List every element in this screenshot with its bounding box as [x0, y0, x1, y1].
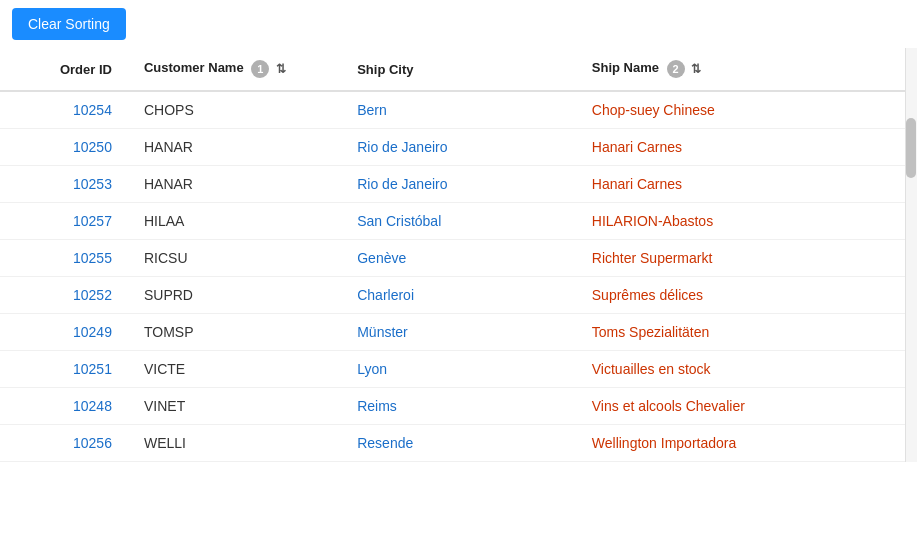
cell-order-id[interactable]: 10253 [0, 166, 128, 203]
table-row: 10257HILAASan CristóbalHILARION-Abastos [0, 203, 917, 240]
cell-customer-name: SUPRD [128, 277, 341, 314]
cell-ship-city: San Cristóbal [341, 203, 576, 240]
scrollbar-thumb[interactable] [906, 118, 916, 178]
cell-order-id[interactable]: 10248 [0, 388, 128, 425]
cell-customer-name: VICTE [128, 351, 341, 388]
data-table: Order ID Customer Name 1 ⇅ Ship City Shi… [0, 48, 917, 462]
cell-customer-name: TOMSP [128, 314, 341, 351]
cell-ship-city: Charleroi [341, 277, 576, 314]
cell-order-id[interactable]: 10255 [0, 240, 128, 277]
cell-ship-city: Bern [341, 91, 576, 129]
table-row: 10252SUPRDCharleroiSuprêmes délices [0, 277, 917, 314]
cell-ship-name: Toms Spezialitäten [576, 314, 917, 351]
table-row: 10253HANARRio de JaneiroHanari Carnes [0, 166, 917, 203]
sort-icon-ship-name: ⇅ [691, 62, 701, 76]
cell-order-id[interactable]: 10249 [0, 314, 128, 351]
cell-customer-name: CHOPS [128, 91, 341, 129]
column-header-ship-city[interactable]: Ship City [341, 48, 576, 91]
sort-icon-customer-name: ⇅ [276, 62, 286, 76]
column-label-customer-name: Customer Name [144, 60, 244, 75]
cell-ship-name: Richter Supermarkt [576, 240, 917, 277]
sort-badge-customer-name: 1 [251, 60, 269, 78]
column-label-ship-name: Ship Name [592, 60, 659, 75]
cell-ship-city: Reims [341, 388, 576, 425]
cell-customer-name: HANAR [128, 129, 341, 166]
column-header-customer-name[interactable]: Customer Name 1 ⇅ [128, 48, 341, 91]
cell-customer-name: VINET [128, 388, 341, 425]
table-row: 10250HANARRio de JaneiroHanari Carnes [0, 129, 917, 166]
table-wrapper: Order ID Customer Name 1 ⇅ Ship City Shi… [0, 48, 917, 462]
sort-badge-ship-name: 2 [667, 60, 685, 78]
cell-ship-city: Resende [341, 425, 576, 462]
clear-sorting-button[interactable]: Clear Sorting [12, 8, 126, 40]
cell-ship-name: Hanari Carnes [576, 129, 917, 166]
cell-order-id[interactable]: 10250 [0, 129, 128, 166]
cell-customer-name: HANAR [128, 166, 341, 203]
cell-order-id[interactable]: 10256 [0, 425, 128, 462]
cell-ship-city: Genève [341, 240, 576, 277]
toolbar: Clear Sorting [0, 0, 917, 48]
cell-ship-city: Rio de Janeiro [341, 129, 576, 166]
cell-ship-name: Hanari Carnes [576, 166, 917, 203]
cell-ship-name: Victuailles en stock [576, 351, 917, 388]
cell-ship-name: Chop-suey Chinese [576, 91, 917, 129]
table-header-row: Order ID Customer Name 1 ⇅ Ship City Shi… [0, 48, 917, 91]
table-row: 10256WELLIResendeWellington Importadora [0, 425, 917, 462]
cell-ship-name: HILARION-Abastos [576, 203, 917, 240]
column-header-order-id[interactable]: Order ID [0, 48, 128, 91]
table-row: 10248VINETReimsVins et alcools Chevalier [0, 388, 917, 425]
cell-order-id[interactable]: 10251 [0, 351, 128, 388]
column-header-ship-name[interactable]: Ship Name 2 ⇅ [576, 48, 917, 91]
scrollbar-track[interactable] [905, 48, 917, 462]
table-row: 10249TOMSPMünsterToms Spezialitäten [0, 314, 917, 351]
table-row: 10251VICTELyonVictuailles en stock [0, 351, 917, 388]
cell-ship-city: Rio de Janeiro [341, 166, 576, 203]
cell-ship-name: Suprêmes délices [576, 277, 917, 314]
cell-customer-name: RICSU [128, 240, 341, 277]
cell-ship-name: Wellington Importadora [576, 425, 917, 462]
cell-ship-name: Vins et alcools Chevalier [576, 388, 917, 425]
cell-order-id[interactable]: 10254 [0, 91, 128, 129]
column-label-ship-city: Ship City [357, 62, 413, 77]
cell-ship-city: Lyon [341, 351, 576, 388]
table-row: 10255RICSUGenèveRichter Supermarkt [0, 240, 917, 277]
cell-order-id[interactable]: 10257 [0, 203, 128, 240]
column-label-order-id: Order ID [60, 62, 112, 77]
table-row: 10254CHOPSBernChop-suey Chinese [0, 91, 917, 129]
cell-order-id[interactable]: 10252 [0, 277, 128, 314]
table-body: 10254CHOPSBernChop-suey Chinese10250HANA… [0, 91, 917, 462]
cell-customer-name: HILAA [128, 203, 341, 240]
cell-customer-name: WELLI [128, 425, 341, 462]
cell-ship-city: Münster [341, 314, 576, 351]
